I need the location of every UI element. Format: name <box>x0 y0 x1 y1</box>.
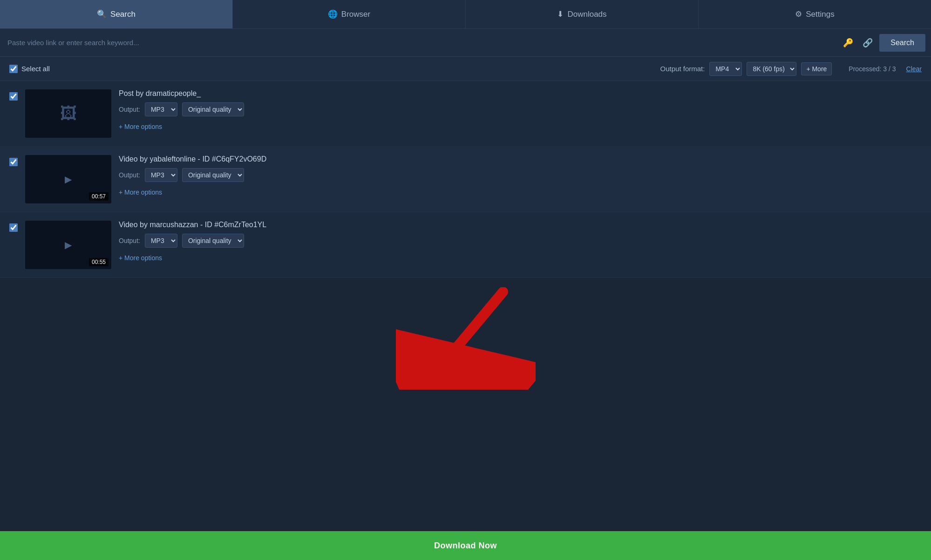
video-placeholder-icon: ▶ <box>65 174 72 185</box>
gear-icon: ⚙ <box>795 9 802 19</box>
video-placeholder-icon-3: ▶ <box>65 239 72 250</box>
tab-search[interactable]: 🔍 Search <box>0 0 233 28</box>
search-bar-container: 🔑 🔗 Search <box>0 29 931 57</box>
item-format-select-1[interactable]: MP3 MP4 MKV AVI MOV <box>145 102 177 116</box>
item-checkbox-1[interactable] <box>9 92 18 101</box>
item-checkbox-3[interactable] <box>9 223 18 232</box>
thumbnail-2: ▶ 00:57 <box>25 155 111 203</box>
item-checkbox-wrap-2 <box>9 155 18 166</box>
item-format-select-3[interactable]: MP3 MP4 MKV AVI MOV <box>145 234 177 248</box>
output-label-1: Output: <box>119 106 140 113</box>
item-title-1: Post by dramaticpeople_ <box>119 89 922 98</box>
search-input[interactable] <box>6 35 836 50</box>
item-format-select-2[interactable]: MP3 MP4 MKV AVI MOV <box>145 168 177 182</box>
svg-line-1 <box>433 292 503 376</box>
select-all-checkbox[interactable] <box>9 65 18 73</box>
more-options-link-3[interactable]: + More options <box>119 254 922 262</box>
global-quality-select[interactable]: 8K (60 fps) 4K (60 fps) 1080p 720p 480p <box>747 62 796 76</box>
tab-browser-label: Browser <box>341 10 370 19</box>
select-all-label: Select all <box>21 65 50 73</box>
video-item: ▶ 00:55 Video by marcushazzan - ID #C6mZ… <box>0 212 931 278</box>
item-checkbox-wrap-1 <box>9 89 18 101</box>
red-arrow-svg <box>396 287 536 390</box>
output-label-2: Output: <box>119 171 140 179</box>
item-checkbox-wrap-3 <box>9 221 18 232</box>
toolbar: Select all Output format: MP4 MP3 MKV AV… <box>0 57 931 81</box>
thumbnail-3: ▶ 00:55 <box>25 221 111 269</box>
item-title-3: Video by marcushazzan - ID #C6mZrTeo1YL <box>119 221 922 229</box>
duration-badge-3: 00:55 <box>89 258 109 266</box>
output-format-label: Output format: <box>660 65 705 73</box>
item-output-row-2: Output: MP3 MP4 MKV AVI MOV Original qua… <box>119 168 922 182</box>
empty-space <box>0 278 931 399</box>
duration-badge-2: 00:57 <box>89 192 109 201</box>
select-all-area[interactable]: Select all <box>9 65 50 73</box>
download-icon: ⬇ <box>557 9 564 19</box>
globe-icon: 🌐 <box>328 9 338 19</box>
search-icon: 🔍 <box>97 9 107 19</box>
download-bar-label: Download Now <box>434 541 497 551</box>
item-title-2: Video by yabaleftonline - ID #C6qFY2vO69… <box>119 155 922 163</box>
output-label-3: Output: <box>119 237 140 244</box>
video-item: 🖼 Post by dramaticpeople_ Output: MP3 MP… <box>0 81 931 147</box>
nav-bar: 🔍 Search 🌐 Browser ⬇ Downloads ⚙ Setting… <box>0 0 931 29</box>
image-placeholder-icon: 🖼 <box>60 104 77 123</box>
more-options-link-1[interactable]: + More options <box>119 123 922 130</box>
tab-settings[interactable]: ⚙ Settings <box>699 0 931 28</box>
more-options-link-2[interactable]: + More options <box>119 189 922 196</box>
tab-downloads-label: Downloads <box>567 10 606 19</box>
download-bar[interactable]: Download Now <box>0 531 931 560</box>
item-output-row-3: Output: MP3 MP4 MKV AVI MOV Original qua… <box>119 234 922 248</box>
search-submit-button[interactable]: Search <box>879 34 925 52</box>
tab-settings-label: Settings <box>806 10 834 19</box>
item-quality-select-2[interactable]: Original quality High quality Medium qua… <box>182 168 244 182</box>
global-format-select[interactable]: MP4 MP3 MKV AVI MOV <box>709 62 742 76</box>
key-icon-button[interactable]: 🔑 <box>840 35 856 51</box>
item-details-2: Video by yabaleftonline - ID #C6qFY2vO69… <box>119 155 922 196</box>
item-output-row-1: Output: MP3 MP4 MKV AVI MOV Original qua… <box>119 102 922 116</box>
item-quality-select-3[interactable]: Original quality High quality Medium qua… <box>182 234 244 248</box>
tab-browser[interactable]: 🌐 Browser <box>233 0 466 28</box>
tab-downloads[interactable]: ⬇ Downloads <box>466 0 699 28</box>
arrow-container <box>396 287 536 390</box>
link-icon-button[interactable]: 🔗 <box>860 35 876 51</box>
video-item: ▶ 00:57 Video by yabaleftonline - ID #C6… <box>0 147 931 212</box>
item-details-1: Post by dramaticpeople_ Output: MP3 MP4 … <box>119 89 922 130</box>
clear-button[interactable]: Clear <box>906 65 922 73</box>
item-quality-select-1[interactable]: Original quality High quality Medium qua… <box>182 102 244 116</box>
content-area: 🖼 Post by dramaticpeople_ Output: MP3 MP… <box>0 81 931 278</box>
output-format-area: Output format: MP4 MP3 MKV AVI MOV 8K (6… <box>660 62 832 76</box>
thumbnail-1: 🖼 <box>25 89 111 138</box>
item-checkbox-2[interactable] <box>9 158 18 166</box>
item-details-3: Video by marcushazzan - ID #C6mZrTeo1YL … <box>119 221 922 262</box>
tab-search-label: Search <box>110 10 136 19</box>
processed-text: Processed: 3 / 3 <box>849 65 896 73</box>
more-format-button[interactable]: + More <box>801 62 832 75</box>
